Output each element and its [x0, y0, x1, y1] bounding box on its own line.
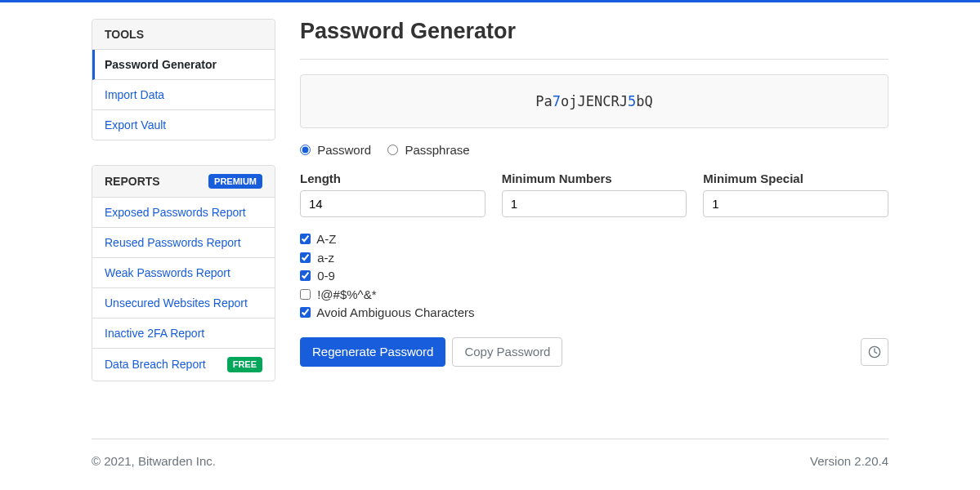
option-numbers-label: 0-9: [317, 269, 335, 283]
sidebar-item-label: Import Data: [105, 88, 164, 101]
sidebar-item-label: Export Vault: [105, 118, 166, 131]
option-uppercase-label: A-Z: [316, 232, 336, 246]
sidebar-item-data-breach[interactable]: Data Breach Report Free: [92, 349, 275, 380]
sidebar-item-label: Password Generator: [105, 58, 217, 71]
sidebar-item-reused-passwords[interactable]: Reused Passwords Report: [92, 228, 275, 258]
reports-card: Reports Premium Exposed Passwords Report…: [92, 165, 275, 381]
min-numbers-input[interactable]: [502, 190, 687, 217]
main-content: Password Generator Pa7ojJENCRJ5bQ Passwo…: [300, 19, 888, 406]
sidebar-item-label: Reused Passwords Report: [105, 236, 241, 249]
sidebar-item-label: Inactive 2FA Report: [105, 327, 204, 340]
sidebar-item-export-vault[interactable]: Export Vault: [92, 110, 275, 140]
length-input[interactable]: [300, 190, 486, 217]
min-special-input[interactable]: [703, 190, 888, 217]
tools-card: Tools Password Generator Import Data Exp…: [92, 19, 275, 140]
copy-button[interactable]: Copy Password: [452, 337, 562, 367]
sidebar-item-label: Unsecured Websites Report: [105, 296, 248, 310]
type-password-label: Password: [317, 143, 371, 157]
sidebar-item-label: Data Breach Report: [105, 358, 206, 371]
type-passphrase-radio[interactable]: [387, 145, 398, 155]
tools-header-label: Tools: [105, 28, 144, 41]
option-lowercase[interactable]: a-z: [300, 249, 888, 268]
sidebar-item-password-generator[interactable]: Password Generator: [92, 50, 275, 80]
sidebar: Tools Password Generator Import Data Exp…: [92, 19, 275, 406]
option-ambiguous-checkbox[interactable]: [300, 307, 311, 318]
reports-header: Reports Premium: [92, 166, 275, 198]
reports-header-label: Reports: [105, 175, 160, 188]
option-special-label: !@#$%^&*: [317, 287, 376, 301]
type-passphrase-option[interactable]: Passphrase: [387, 143, 469, 157]
history-button[interactable]: [861, 338, 888, 366]
type-password-radio[interactable]: [300, 145, 311, 155]
footer-copyright: © 2021, Bitwarden Inc.: [92, 454, 216, 468]
option-special[interactable]: !@#$%^&*: [300, 286, 888, 305]
page-title: Password Generator: [300, 19, 888, 44]
option-numbers-checkbox[interactable]: [300, 270, 311, 281]
option-ambiguous-label: Avoid Ambiguous Characters: [316, 305, 474, 319]
free-badge: Free: [227, 357, 262, 372]
option-numbers[interactable]: 0-9: [300, 267, 888, 286]
tools-header: Tools: [92, 20, 275, 50]
footer: © 2021, Bitwarden Inc. Version 2.20.4: [92, 439, 888, 484]
min-special-label: Minimum Special: [703, 172, 888, 185]
length-label: Length: [300, 172, 486, 185]
option-lowercase-checkbox[interactable]: [300, 252, 311, 263]
sidebar-item-exposed-passwords[interactable]: Exposed Passwords Report: [92, 198, 275, 228]
sidebar-item-label: Weak Passwords Report: [105, 266, 230, 279]
sidebar-item-unsecured-websites[interactable]: Unsecured Websites Report: [92, 288, 275, 318]
option-ambiguous[interactable]: Avoid Ambiguous Characters: [300, 304, 888, 323]
generated-password: Pa7ojJENCRJ5bQ: [300, 74, 888, 128]
type-radio-group: Password Passphrase: [300, 143, 888, 157]
regenerate-button[interactable]: Regenerate Password: [300, 337, 445, 367]
footer-version: Version 2.20.4: [810, 454, 888, 468]
sidebar-item-inactive-2fa[interactable]: Inactive 2FA Report: [92, 318, 275, 349]
premium-badge: Premium: [208, 174, 262, 189]
sidebar-item-weak-passwords[interactable]: Weak Passwords Report: [92, 258, 275, 288]
history-icon: [868, 345, 881, 359]
type-passphrase-label: Passphrase: [405, 143, 469, 157]
title-divider: [300, 59, 888, 60]
option-lowercase-label: a-z: [317, 251, 334, 265]
sidebar-item-import-data[interactable]: Import Data: [92, 80, 275, 110]
min-numbers-label: Minimum Numbers: [502, 172, 687, 185]
type-password-option[interactable]: Password: [300, 143, 374, 157]
sidebar-item-label: Exposed Passwords Report: [105, 206, 246, 219]
option-special-checkbox[interactable]: [300, 289, 311, 300]
option-uppercase[interactable]: A-Z: [300, 230, 888, 249]
option-uppercase-checkbox[interactable]: [300, 234, 311, 244]
